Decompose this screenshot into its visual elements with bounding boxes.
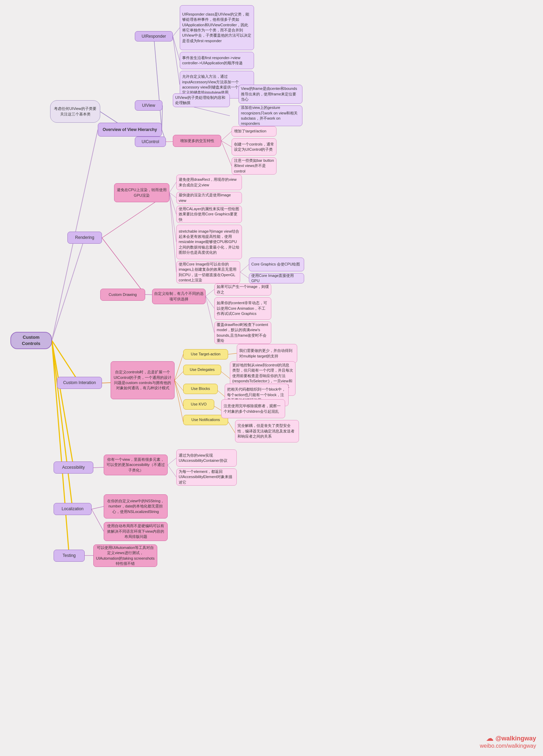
loc-desc1: 在你的自定义view中的NSString，number，date的本地化都无需担… <box>104 494 168 519</box>
cd-desc1: 如果可以产生一个image，则缓存之 <box>214 283 271 296</box>
svg-line-5 <box>52 340 69 556</box>
use-target-action-node: Use Target-action <box>183 349 228 360</box>
svg-line-3 <box>52 340 74 468</box>
svg-line-30 <box>206 296 214 308</box>
svg-line-25 <box>169 193 176 272</box>
uicontrol-desc1: 增加了target/action <box>232 126 277 137</box>
svg-line-26 <box>240 264 249 272</box>
testing-node: Testing <box>54 550 85 562</box>
gpu-desc4: stretchable image与image view结合起来会更有效地提高性… <box>176 225 242 259</box>
localization-node: Localization <box>54 503 92 515</box>
cd-desc2: 如果你的content非常动态，可以使用Core Animation，不工作再试… <box>214 297 271 320</box>
svg-line-1 <box>52 238 85 340</box>
uiresponder-node: UIResponder <box>135 31 173 41</box>
custom-drawing-node: Custom Drawing <box>100 289 145 301</box>
uicontrol-desc3: 注意一些类如bar button和text views并不是control <box>232 157 277 175</box>
mindmap-container: Custom Controls 考虑任何UIView的子类要关注这三个基本类 O… <box>0 0 543 756</box>
uiview-desc2: View的frame是由center和bounds推导出来的，使用frame来定… <box>238 85 302 104</box>
uiview-desc3: 添加在view上的gesture recognizers只work on vie… <box>238 105 302 126</box>
uicontrol-desc2: 创建一个controls，通常设定为UIControl的子类 <box>232 138 277 156</box>
custom-interaction-node: Custom Interation <box>57 377 102 389</box>
svg-line-39 <box>221 372 230 379</box>
svg-line-31 <box>206 296 214 333</box>
notif-desc: 完全解耦，但是丧失了类型安全性，编译器无法确定消息及发送者和响应者之间的关系 <box>235 420 299 442</box>
svg-line-47 <box>92 509 104 531</box>
uiresponder-desc2: 事件发生沿着first responder->view controller->… <box>180 52 254 69</box>
weibo-icon: ☁ <box>486 734 494 743</box>
loc-desc2: 使用自动布局而不是硬编码可以有效解决不同语言环境下view内容的布局排版问题 <box>104 522 168 541</box>
svg-line-40 <box>218 391 225 396</box>
svg-line-42 <box>228 422 235 433</box>
svg-line-23 <box>169 193 176 214</box>
consider-node: 考虑任何UIView的子类要关注这三个基本类 <box>50 100 100 123</box>
cd-desc3: 覆盖drawRect时检查下content model，默认的填满view's … <box>214 321 271 344</box>
gpu-desc5: 使用Core Image你可以在你的images上创建复杂的效果且无需用到CPU… <box>176 261 240 283</box>
core-graphics-node: Core Graphics 会使CPU绘图 <box>249 258 304 271</box>
svg-line-20 <box>102 238 145 295</box>
use-blocks-node: Use Blocks <box>183 384 218 394</box>
use-kvo-node: Use KVO <box>183 399 214 410</box>
uicontrol-node: UIControl <box>135 137 166 147</box>
svg-line-45 <box>168 465 176 477</box>
gpu-desc1: 避免使用drawRect，用现存的view来合成自定义view <box>176 175 242 190</box>
svg-line-41 <box>214 406 221 410</box>
acc-desc2: 为每一个element，都返回UIAccessibilityElement对象来… <box>176 468 237 486</box>
svg-line-24 <box>169 193 176 242</box>
svg-line-46 <box>92 506 104 509</box>
acc-mid-node: 你有一个view，里面有很多元素，可以变的更加accessibility（不通过… <box>104 455 168 475</box>
rendering-node: Rendering <box>67 232 102 244</box>
svg-line-10 <box>173 28 180 36</box>
svg-line-35 <box>175 380 183 391</box>
gpu-desc3: 使用CALayer的属性来实现一些绘图效果要比你使用Core Graphics要… <box>176 206 242 223</box>
accessibility-node: Accessibility <box>54 461 93 474</box>
svg-line-38 <box>228 353 237 354</box>
root-node: Custom Controls <box>10 332 52 349</box>
acc-desc1: 通过为你的view实现UIAccessibilityContainer协议 <box>176 449 237 467</box>
svg-line-7 <box>154 36 162 130</box>
svg-line-44 <box>168 458 176 465</box>
svg-line-4 <box>52 340 73 509</box>
svg-line-21 <box>169 182 176 193</box>
uiview-node: UIView <box>135 100 162 111</box>
svg-line-33 <box>175 354 183 380</box>
test-desc: 可以使用UIAutomation等工具对自定义views进行测试，UIAutom… <box>93 544 157 567</box>
ci-mid-node: 自定义controls时，总是扩展一个UIControl的子类，一个通用的设计问… <box>111 361 175 399</box>
gpu-desc2: 最快捷的渲染方式是使用image view <box>176 192 242 204</box>
svg-line-27 <box>240 272 249 278</box>
svg-line-18 <box>221 141 232 166</box>
custom-drawing-mid: 自定义绘制，有几个不同的选项可供选择 <box>152 289 206 304</box>
svg-line-22 <box>169 193 176 198</box>
svg-line-12 <box>173 36 180 85</box>
uiview-desc1: UIView的子类处理绘制内容和处理触摸 <box>173 93 230 107</box>
watermark-username: @walkingway <box>495 735 536 742</box>
svg-line-29 <box>206 289 214 296</box>
watermark-site: weibo.com/walkingway <box>480 743 536 749</box>
uiresponder-desc1: UIResponder class是UIView的父类，能够处理各种事件，他有很… <box>180 5 254 50</box>
overview-node: Overview of View Hierarchy <box>98 123 162 137</box>
svg-line-34 <box>175 372 183 380</box>
svg-line-16 <box>221 131 232 141</box>
svg-line-37 <box>175 380 183 422</box>
svg-line-17 <box>221 141 232 147</box>
gpu-render-node: 避免在CPU上渲染，转而使用GPU渲染 <box>114 183 169 202</box>
watermark: ☁ @walkingway weibo.com/walkingway <box>480 734 536 749</box>
kvo-desc: 注意使用完毕移除观察者，观察一个对象的多个children会引起混乱 <box>221 399 285 418</box>
uicontrol-mid: 增加更多的交互特性 <box>173 135 221 147</box>
svg-line-36 <box>175 380 183 406</box>
ta-desc: 我们需要做的更少，并自动得到对multiple target的支持 <box>237 344 297 363</box>
use-delegates-node: Use Delegates <box>183 365 221 375</box>
core-image-node: 使用Core Image直接使用GPU <box>249 273 304 283</box>
svg-line-11 <box>173 36 180 60</box>
